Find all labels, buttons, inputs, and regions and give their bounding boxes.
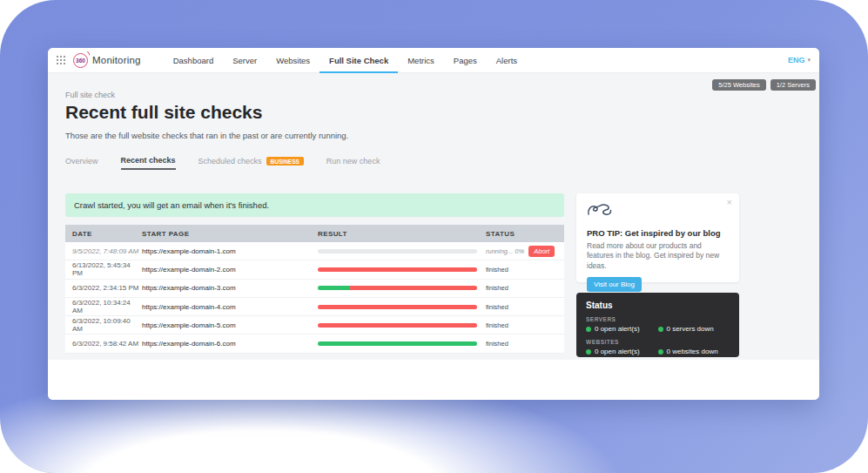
status-panel: Status SERVERS0 open alert(s)0 servers d… [576,293,739,357]
progress-red-segment [350,286,477,290]
summary-badge: 5/25 Websites [712,79,765,91]
progress-bar [318,323,477,328]
language-label: ENG [788,56,805,64]
brand-name: Monitoring [92,55,141,65]
tab-scheduled-checks[interactable]: Scheduled checksBUSINESS [198,156,304,170]
tab-run-new-check[interactable]: Run new check [326,156,380,170]
main-nav: DashboardServerWebsitesFull Site CheckMe… [164,48,527,73]
page-content: 5/25 Websites1/2 Servers Full site check… [48,73,819,360]
cell-status-wrap: finished [486,321,564,329]
table-row: 6/13/2022, 5:45:34 PMhttps://example-dom… [65,260,564,279]
cell-status-wrap: finished [486,266,564,274]
cell-result [318,323,486,328]
status-text: finished [486,340,508,348]
status-item-label: 0 open alert(s) [595,325,640,333]
close-icon[interactable]: × [727,197,732,207]
status-text: finished [486,284,508,292]
cell-date: 6/13/2022, 5:45:34 PM [65,261,142,277]
cell-result [318,341,486,346]
status-item-label: 0 open alert(s) [595,348,640,355]
nav-item-server[interactable]: Server [223,48,266,73]
column-header: START PAGE [142,230,318,238]
tab-overview[interactable]: Overview [65,156,98,170]
cell-result [318,267,486,272]
nav-item-metrics[interactable]: Metrics [398,48,444,73]
cell-status-wrap: running... 0%Abort [486,246,564,257]
side-column: × PRO TIP: Get inspired by our blog Read… [576,193,739,357]
browser-window: 360 Monitoring DashboardServerWebsitesFu… [48,48,819,400]
window-footer [48,360,819,400]
chevron-down-icon: ▾ [807,57,811,64]
progress-bar [318,305,477,309]
cell-start-page: https://example-domain-3.com [142,284,318,292]
table-row: 6/3/2022, 9:58:42 AMhttps://example-doma… [65,334,564,353]
cell-status-wrap: finished [486,340,564,348]
cell-date: 6/3/2022, 2:34:15 PM [65,284,142,292]
cell-date: 6/3/2022, 9:58:42 AM [65,340,142,348]
cell-start-page: https://example-domain-5.com [142,321,318,329]
green-dot-icon [586,349,591,355]
nav-item-dashboard[interactable]: Dashboard [164,48,223,73]
logo-360-icon: 360 [73,53,88,68]
status-item: 0 open alert(s) [586,325,658,333]
table-header-row: DATESTART PAGERESULTSTATUS [65,225,564,242]
summary-badges: 5/25 Websites1/2 Servers [712,79,816,91]
cell-result [318,249,486,253]
table-row: 6/3/2022, 10:09:40 AMhttps://example-dom… [65,316,564,334]
status-sections: SERVERS0 open alert(s)0 servers downWEBS… [586,316,730,355]
abort-button[interactable]: Abort [528,246,555,257]
cell-result [318,286,486,290]
nav-item-alerts[interactable]: Alerts [487,48,527,73]
progress-bar [318,249,477,253]
status-section-label: SERVERS [586,316,730,322]
status-text: finished [486,266,508,274]
checks-table: DATESTART PAGERESULTSTATUS 9/5/2022, 7:4… [65,225,564,354]
progress-green-segment [318,286,350,290]
progress-bar [318,341,477,346]
status-text: finished [486,321,508,329]
status-panel-title: Status [586,301,730,310]
language-selector[interactable]: ENG ▾ [788,56,811,64]
page-title: Recent full site checks [65,102,802,123]
tab-bar: OverviewRecent checksScheduled checksBUS… [65,156,802,170]
cell-start-page: https://example-domain-6.com [142,340,318,348]
column-header: STATUS [486,230,564,238]
summary-badge: 1/2 Servers [770,79,816,91]
tab-label: Scheduled checks [198,157,262,166]
table-row: 6/3/2022, 10:34:24 AMhttps://example-dom… [65,298,564,316]
progress-bar [318,267,477,272]
brand-logo[interactable]: 360 Monitoring [73,53,141,68]
progress-red-segment [318,323,477,328]
status-item-label: 0 servers down [667,325,714,333]
nav-item-pages[interactable]: Pages [444,48,487,73]
status-item-label: 0 websites down [667,348,718,355]
cell-start-page: https://example-domain-2.com [142,266,318,274]
status-text: finished [486,303,508,311]
tab-label: Recent checks [121,156,176,165]
tab-recent-checks[interactable]: Recent checks [121,156,176,170]
success-banner: Crawl started, you will get an email whe… [65,193,564,217]
page-subtitle: Those are the full website checks that r… [65,131,802,140]
content-columns: Crawl started, you will get an email whe… [65,193,802,357]
progress-bar [318,286,477,290]
cell-date: 6/3/2022, 10:09:40 AM [65,317,142,333]
tab-label: Run new check [326,157,380,166]
progress-red-segment [318,305,477,309]
cell-start-page: https://example-domain-1.com [142,247,318,255]
status-item: 0 open alert(s) [586,348,658,355]
status-row: 0 open alert(s)0 servers down [586,325,730,333]
nav-item-websites[interactable]: Websites [266,48,320,73]
visit-blog-button[interactable]: Visit our Blog [587,277,642,292]
table-row: 9/5/2022, 7:48:09 AMhttps://example-doma… [65,242,564,260]
apps-grid-icon[interactable] [57,56,65,64]
progress-red-segment [318,267,477,272]
column-header: DATE [65,230,142,238]
status-row: 0 open alert(s)0 websites down [586,348,730,355]
green-dot-icon [586,327,591,332]
main-column: Crawl started, you will get an email whe… [65,193,564,357]
progress-green-segment [318,341,477,346]
cell-date: 6/3/2022, 10:34:24 AM [65,299,142,314]
nav-item-full-site-check[interactable]: Full Site Check [320,48,398,73]
green-dot-icon [658,349,663,355]
business-badge: BUSINESS [266,157,304,166]
